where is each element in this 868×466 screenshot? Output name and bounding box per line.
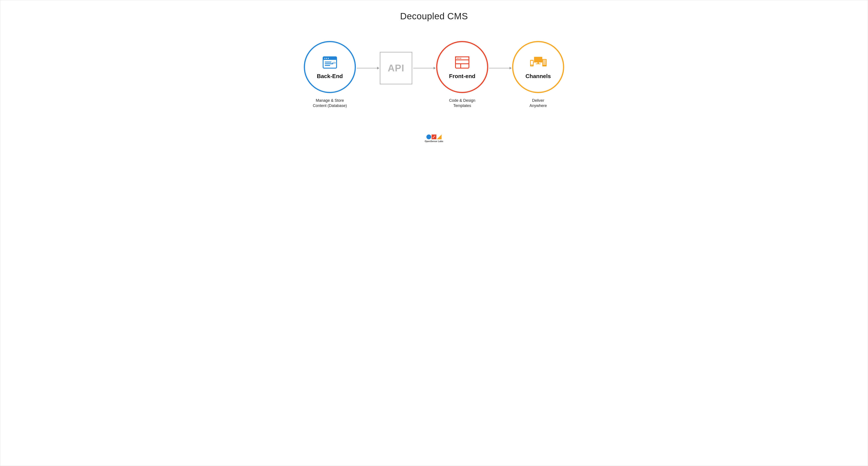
flow-row: </> Back-End Manage & Store Content (Dat… bbox=[282, 41, 586, 108]
svg-rect-5 bbox=[325, 62, 331, 62]
frontend-label: Front-end bbox=[449, 73, 475, 80]
svg-marker-10 bbox=[377, 67, 379, 69]
frontend-subtitle: Code & Design Templates bbox=[449, 98, 475, 108]
svg-point-27 bbox=[531, 65, 532, 66]
svg-point-15 bbox=[457, 58, 458, 59]
channels-label: Channels bbox=[525, 73, 551, 80]
svg-rect-32 bbox=[543, 64, 546, 64]
attribution-text: OpenSense Labs bbox=[425, 140, 443, 143]
backend-subtitle: Manage & Store Content (Database) bbox=[313, 98, 347, 108]
svg-point-17 bbox=[460, 58, 461, 59]
layout-window-icon bbox=[455, 55, 470, 70]
channels-subtitle: Deliver Anywhere bbox=[529, 98, 547, 108]
api-label: API bbox=[388, 63, 404, 73]
svg-rect-24 bbox=[536, 64, 540, 64]
svg-marker-12 bbox=[434, 67, 436, 69]
frontend-circle: Front-end bbox=[436, 41, 488, 93]
channels-node: Channels Deliver Anywhere bbox=[512, 41, 564, 108]
channels-circle: Channels bbox=[512, 41, 564, 93]
code-window-icon: </> bbox=[322, 55, 337, 70]
svg-marker-21 bbox=[509, 67, 512, 69]
svg-rect-30 bbox=[543, 61, 546, 62]
svg-text:</>: </> bbox=[332, 61, 336, 64]
attribution-logo: OpenSense Labs bbox=[425, 134, 443, 143]
arrow-api-to-frontend bbox=[412, 66, 436, 70]
svg-rect-23 bbox=[537, 62, 539, 64]
devices-icon bbox=[529, 55, 548, 70]
diagram-frame: Decoupled CMS </> bbox=[0, 0, 868, 466]
api-node: API bbox=[380, 52, 412, 97]
svg-point-3 bbox=[326, 58, 327, 59]
svg-point-2 bbox=[324, 58, 325, 59]
backend-label: Back-End bbox=[317, 73, 343, 80]
arrow-backend-to-api bbox=[356, 66, 380, 70]
svg-rect-22 bbox=[534, 57, 542, 62]
arrow-frontend-to-channels bbox=[488, 66, 512, 70]
opensenselabs-mark-icon bbox=[426, 134, 442, 139]
svg-rect-7 bbox=[325, 65, 330, 66]
backend-circle: </> Back-End bbox=[304, 41, 356, 93]
svg-rect-29 bbox=[543, 60, 546, 61]
api-box: API bbox=[380, 52, 412, 84]
svg-point-16 bbox=[459, 58, 459, 59]
svg-rect-26 bbox=[531, 61, 533, 65]
svg-rect-6 bbox=[325, 63, 333, 64]
svg-rect-31 bbox=[543, 62, 546, 63]
frontend-node: Front-end Code & Design Templates bbox=[436, 41, 488, 108]
diagram-title: Decoupled CMS bbox=[400, 11, 468, 22]
svg-point-4 bbox=[328, 58, 329, 59]
backend-node: </> Back-End Manage & Store Content (Dat… bbox=[304, 41, 356, 108]
